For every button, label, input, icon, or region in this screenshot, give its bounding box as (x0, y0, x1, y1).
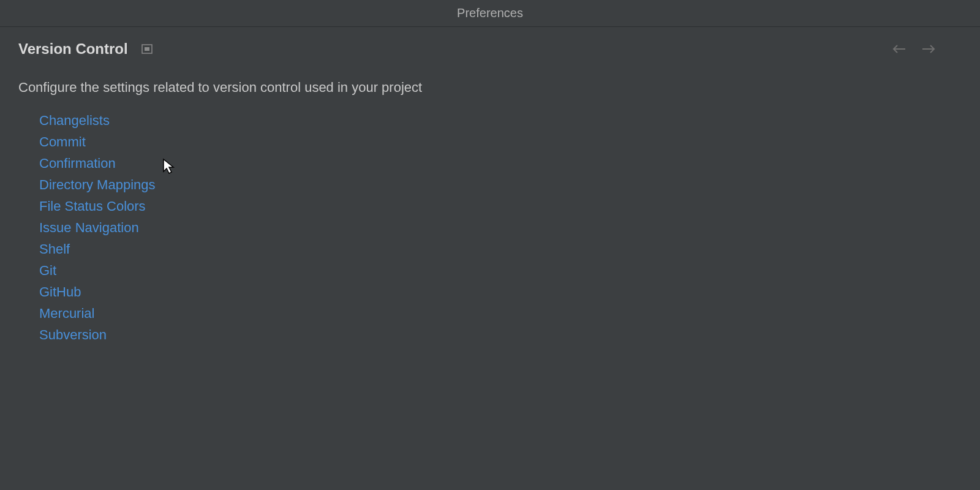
link-subversion[interactable]: Subversion (39, 327, 107, 343)
back-button[interactable] (891, 40, 908, 58)
link-git[interactable]: Git (39, 263, 56, 279)
link-shelf[interactable]: Shelf (39, 241, 70, 257)
scope-icon[interactable] (141, 44, 153, 54)
link-commit[interactable]: Commit (39, 134, 86, 150)
nav-arrows (891, 40, 962, 58)
settings-link-list: Changelists Commit Confirmation Director… (0, 107, 980, 343)
link-mercurial[interactable]: Mercurial (39, 306, 94, 322)
window-header: Preferences (0, 0, 980, 27)
section-description: Configure the settings related to versio… (0, 58, 980, 107)
section-header: Version Control (0, 27, 980, 58)
section-title: Version Control (18, 40, 128, 58)
link-changelists[interactable]: Changelists (39, 113, 110, 129)
window-title: Preferences (457, 6, 523, 20)
link-confirmation[interactable]: Confirmation (39, 156, 116, 172)
link-github[interactable]: GitHub (39, 284, 81, 300)
link-file-status-colors[interactable]: File Status Colors (39, 198, 146, 214)
link-directory-mappings[interactable]: Directory Mappings (39, 177, 156, 193)
link-issue-navigation[interactable]: Issue Navigation (39, 220, 139, 236)
section-header-left: Version Control (18, 40, 153, 58)
forward-button[interactable] (920, 40, 937, 58)
svg-rect-1 (145, 47, 149, 51)
